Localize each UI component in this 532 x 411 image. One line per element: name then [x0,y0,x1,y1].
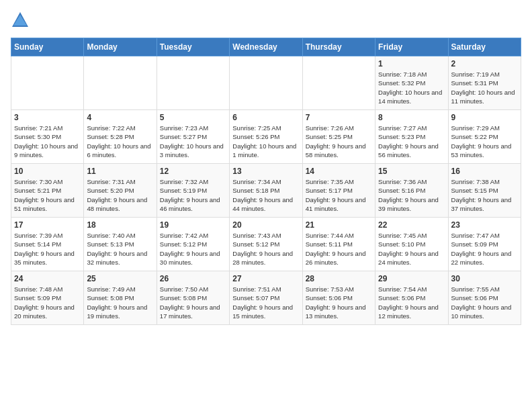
day-number: 22 [378,220,445,230]
calendar-cell: 16Sunrise: 7:38 AM Sunset: 5:15 PM Dayli… [448,164,521,218]
day-info: Sunrise: 7:18 AM Sunset: 5:32 PM Dayligh… [378,70,445,105]
calendar-cell: 12Sunrise: 7:32 AM Sunset: 5:19 PM Dayli… [157,164,229,218]
day-number: 6 [232,113,299,122]
day-header: Friday [375,38,448,56]
day-info: Sunrise: 7:44 AM Sunset: 5:11 PM Dayligh… [306,231,372,267]
day-number: 17 [14,220,81,230]
day-info: Sunrise: 7:30 AM Sunset: 5:21 PM Dayligh… [14,177,81,213]
calendar-cell: 11Sunrise: 7:31 AM Sunset: 5:20 PM Dayli… [84,164,157,218]
calendar-cell: 24Sunrise: 7:48 AM Sunset: 5:09 PM Dayli… [11,271,84,325]
calendar-cell: 15Sunrise: 7:36 AM Sunset: 5:16 PM Dayli… [375,164,448,218]
calendar-cell [302,56,375,110]
day-header: Thursday [302,38,375,56]
day-number: 8 [378,113,445,122]
day-number: 20 [232,220,299,230]
day-number: 2 [451,59,518,68]
day-header: Sunday [11,38,84,56]
calendar-cell: 5Sunrise: 7:23 AM Sunset: 5:27 PM Daylig… [157,110,229,164]
calendar-cell: 14Sunrise: 7:35 AM Sunset: 5:17 PM Dayli… [302,164,375,218]
calendar-cell: 7Sunrise: 7:26 AM Sunset: 5:25 PM Daylig… [302,110,375,164]
day-number: 3 [14,113,81,122]
calendar-cell: 29Sunrise: 7:54 AM Sunset: 5:06 PM Dayli… [375,271,448,325]
day-number: 23 [451,220,518,230]
day-header: Tuesday [157,38,229,56]
day-info: Sunrise: 7:42 AM Sunset: 5:12 PM Dayligh… [160,231,226,267]
day-number: 18 [87,220,153,230]
calendar-cell: 10Sunrise: 7:30 AM Sunset: 5:21 PM Dayli… [11,164,84,218]
day-info: Sunrise: 7:54 AM Sunset: 5:06 PM Dayligh… [378,285,445,320]
day-number: 1 [378,59,445,68]
day-number: 26 [160,274,226,283]
day-info: Sunrise: 7:34 AM Sunset: 5:18 PM Dayligh… [232,177,299,213]
day-info: Sunrise: 7:45 AM Sunset: 5:10 PM Dayligh… [378,231,445,267]
day-info: Sunrise: 7:19 AM Sunset: 5:31 PM Dayligh… [451,70,518,105]
day-number: 13 [232,167,299,176]
day-number: 12 [160,167,226,176]
day-info: Sunrise: 7:39 AM Sunset: 5:14 PM Dayligh… [14,231,81,267]
day-number: 4 [87,113,153,122]
calendar-week-row: 17Sunrise: 7:39 AM Sunset: 5:14 PM Dayli… [11,218,521,271]
day-number: 19 [160,220,226,230]
day-info: Sunrise: 7:38 AM Sunset: 5:15 PM Dayligh… [451,177,518,213]
day-number: 7 [306,113,372,122]
svg-marker-1 [13,15,27,26]
calendar-cell: 20Sunrise: 7:43 AM Sunset: 5:12 PM Dayli… [230,218,302,271]
calendar-cell: 13Sunrise: 7:34 AM Sunset: 5:18 PM Dayli… [230,164,302,218]
logo [11,11,32,30]
day-info: Sunrise: 7:47 AM Sunset: 5:09 PM Dayligh… [451,231,518,267]
calendar-cell [84,56,157,110]
day-number: 10 [14,167,81,176]
day-header: Wednesday [230,38,302,56]
day-info: Sunrise: 7:36 AM Sunset: 5:16 PM Dayligh… [378,177,445,213]
page-header [11,11,521,30]
calendar-cell: 1Sunrise: 7:18 AM Sunset: 5:32 PM Daylig… [375,56,448,110]
calendar-cell: 18Sunrise: 7:40 AM Sunset: 5:13 PM Dayli… [84,218,157,271]
calendar-cell: 2Sunrise: 7:19 AM Sunset: 5:31 PM Daylig… [448,56,521,110]
calendar-cell [230,56,302,110]
day-number: 9 [451,113,518,122]
calendar-body: 1Sunrise: 7:18 AM Sunset: 5:32 PM Daylig… [11,56,521,325]
day-info: Sunrise: 7:25 AM Sunset: 5:26 PM Dayligh… [232,124,299,159]
day-info: Sunrise: 7:51 AM Sunset: 5:07 PM Dayligh… [232,285,299,320]
calendar-cell: 4Sunrise: 7:22 AM Sunset: 5:28 PM Daylig… [84,110,157,164]
day-info: Sunrise: 7:29 AM Sunset: 5:22 PM Dayligh… [451,124,518,159]
calendar-cell: 3Sunrise: 7:21 AM Sunset: 5:30 PM Daylig… [11,110,84,164]
day-info: Sunrise: 7:22 AM Sunset: 5:28 PM Dayligh… [87,124,153,159]
day-info: Sunrise: 7:55 AM Sunset: 5:06 PM Dayligh… [451,285,518,320]
day-info: Sunrise: 7:35 AM Sunset: 5:17 PM Dayligh… [306,177,372,213]
day-number: 28 [306,274,372,283]
day-number: 15 [378,167,445,176]
calendar-cell: 25Sunrise: 7:49 AM Sunset: 5:08 PM Dayli… [84,271,157,325]
day-info: Sunrise: 7:49 AM Sunset: 5:08 PM Dayligh… [87,285,153,320]
calendar-cell: 9Sunrise: 7:29 AM Sunset: 5:22 PM Daylig… [448,110,521,164]
calendar-cell: 6Sunrise: 7:25 AM Sunset: 5:26 PM Daylig… [230,110,302,164]
day-info: Sunrise: 7:27 AM Sunset: 5:23 PM Dayligh… [378,124,445,159]
calendar-table: SundayMondayTuesdayWednesdayThursdayFrid… [11,38,521,325]
logo-icon [11,11,30,30]
calendar-cell [11,56,84,110]
day-header: Saturday [448,38,521,56]
calendar-cell: 30Sunrise: 7:55 AM Sunset: 5:06 PM Dayli… [448,271,521,325]
day-number: 11 [87,167,153,176]
day-info: Sunrise: 7:53 AM Sunset: 5:06 PM Dayligh… [306,285,372,320]
calendar-week-row: 10Sunrise: 7:30 AM Sunset: 5:21 PM Dayli… [11,164,521,218]
day-header: Monday [84,38,157,56]
calendar-cell: 23Sunrise: 7:47 AM Sunset: 5:09 PM Dayli… [448,218,521,271]
calendar-cell: 19Sunrise: 7:42 AM Sunset: 5:12 PM Dayli… [157,218,229,271]
day-info: Sunrise: 7:26 AM Sunset: 5:25 PM Dayligh… [306,124,372,159]
day-number: 5 [160,113,226,122]
calendar-week-row: 1Sunrise: 7:18 AM Sunset: 5:32 PM Daylig… [11,56,521,110]
day-info: Sunrise: 7:50 AM Sunset: 5:08 PM Dayligh… [160,285,226,320]
calendar-cell: 17Sunrise: 7:39 AM Sunset: 5:14 PM Dayli… [11,218,84,271]
calendar-cell: 27Sunrise: 7:51 AM Sunset: 5:07 PM Dayli… [230,271,302,325]
day-number: 30 [451,274,518,283]
calendar-cell [157,56,229,110]
day-number: 21 [306,220,372,230]
day-number: 27 [232,274,299,283]
day-info: Sunrise: 7:21 AM Sunset: 5:30 PM Dayligh… [14,124,81,159]
calendar-cell: 21Sunrise: 7:44 AM Sunset: 5:11 PM Dayli… [302,218,375,271]
day-info: Sunrise: 7:32 AM Sunset: 5:19 PM Dayligh… [160,177,226,213]
day-number: 24 [14,274,81,283]
calendar-week-row: 3Sunrise: 7:21 AM Sunset: 5:30 PM Daylig… [11,110,521,164]
day-info: Sunrise: 7:43 AM Sunset: 5:12 PM Dayligh… [232,231,299,267]
